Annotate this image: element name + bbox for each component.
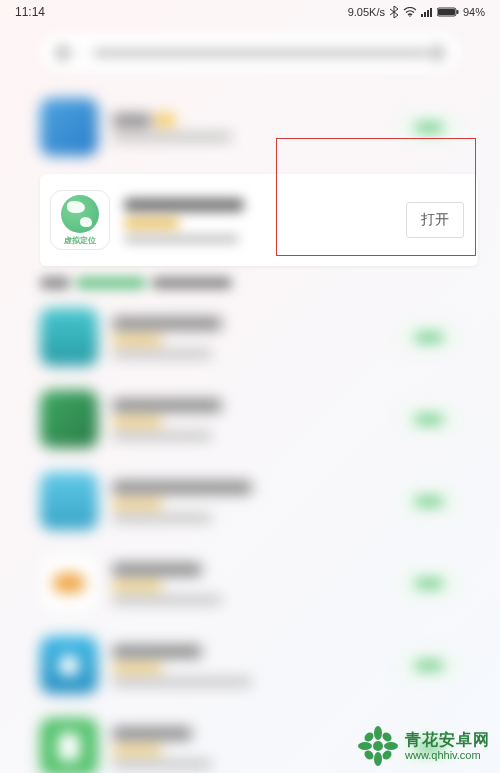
featured-app-title bbox=[124, 198, 244, 212]
divider bbox=[82, 44, 83, 62]
open-button[interactable]: 打开 bbox=[406, 202, 464, 238]
install-button[interactable] bbox=[398, 322, 460, 352]
watermark-title: 青花安卓网 bbox=[405, 731, 490, 749]
watermark-url: www.qhhiv.com bbox=[405, 749, 490, 761]
app-info bbox=[112, 563, 384, 604]
app-icon bbox=[40, 308, 98, 366]
svg-rect-6 bbox=[438, 9, 455, 15]
install-button[interactable] bbox=[398, 650, 460, 680]
app-icon bbox=[40, 390, 98, 448]
install-button[interactable] bbox=[398, 568, 460, 598]
network-speed: 9.05K/s bbox=[348, 6, 385, 18]
app-icon bbox=[40, 98, 98, 156]
app-row[interactable] bbox=[40, 296, 460, 378]
app-info bbox=[112, 645, 384, 686]
app-row[interactable] bbox=[40, 86, 460, 168]
svg-rect-7 bbox=[456, 10, 458, 14]
svg-rect-1 bbox=[421, 14, 423, 17]
featured-app-meta bbox=[124, 235, 239, 243]
svg-rect-3 bbox=[427, 10, 429, 17]
app-row[interactable] bbox=[40, 378, 460, 460]
back-icon[interactable] bbox=[54, 44, 72, 62]
svg-point-8 bbox=[373, 741, 383, 751]
status-right: 9.05K/s 94% bbox=[45, 6, 485, 18]
search-icon[interactable] bbox=[428, 44, 446, 62]
app-row[interactable] bbox=[40, 460, 460, 542]
battery-icon bbox=[437, 7, 459, 17]
app-icon bbox=[40, 718, 98, 773]
install-button[interactable] bbox=[398, 486, 460, 516]
featured-app-icon: 虚拟定位 bbox=[50, 190, 110, 250]
watermark: 青花安卓网 www.qhhiv.com bbox=[357, 725, 490, 767]
watermark-text: 青花安卓网 www.qhhiv.com bbox=[405, 731, 490, 761]
app-info bbox=[112, 399, 384, 440]
signal-icon bbox=[421, 7, 433, 17]
status-bar: 11:14 9.05K/s 94% bbox=[0, 0, 500, 24]
install-button[interactable] bbox=[398, 404, 460, 434]
svg-point-12 bbox=[384, 742, 398, 750]
globe-icon bbox=[61, 195, 99, 233]
bluetooth-icon bbox=[389, 6, 399, 18]
app-icon bbox=[40, 554, 98, 612]
svg-point-15 bbox=[363, 749, 376, 762]
battery-percent: 94% bbox=[463, 6, 485, 18]
featured-app-icon-label: 虚拟定位 bbox=[64, 235, 96, 246]
watermark-logo-icon bbox=[357, 725, 399, 767]
svg-point-14 bbox=[381, 731, 394, 744]
app-info bbox=[112, 481, 384, 522]
app-row[interactable] bbox=[40, 624, 460, 706]
app-icon bbox=[40, 636, 98, 694]
install-button[interactable] bbox=[398, 112, 460, 142]
svg-point-13 bbox=[363, 731, 376, 744]
search-input[interactable] bbox=[93, 48, 428, 58]
svg-rect-2 bbox=[424, 12, 426, 17]
svg-point-11 bbox=[358, 742, 372, 750]
svg-rect-4 bbox=[430, 8, 432, 17]
cloud-icon bbox=[53, 573, 85, 593]
featured-app-card[interactable]: 虚拟定位 打开 bbox=[40, 174, 478, 266]
svg-point-16 bbox=[381, 749, 394, 762]
app-info bbox=[112, 114, 384, 141]
wifi-icon bbox=[403, 7, 417, 17]
featured-app-rating bbox=[124, 219, 179, 228]
svg-point-9 bbox=[374, 726, 382, 740]
featured-app-info bbox=[124, 198, 392, 243]
app-icon bbox=[40, 472, 98, 530]
svg-point-10 bbox=[374, 752, 382, 766]
section-header bbox=[40, 276, 460, 290]
app-row[interactable] bbox=[40, 542, 460, 624]
svg-point-0 bbox=[409, 15, 411, 17]
status-time: 11:14 bbox=[15, 5, 45, 19]
search-bar[interactable] bbox=[40, 34, 460, 72]
app-info bbox=[112, 317, 384, 358]
app-info bbox=[112, 727, 384, 768]
